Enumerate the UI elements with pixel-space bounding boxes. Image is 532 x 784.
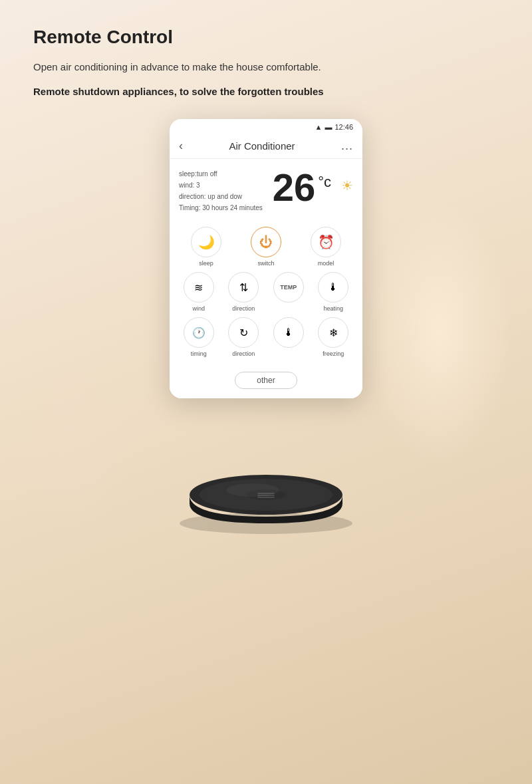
page-title: Remote Control — [33, 27, 499, 48]
temperature-number: 26 — [273, 168, 316, 207]
wind-icon-circle: ≋ — [184, 272, 214, 303]
signal-icon: ▲ — [315, 123, 323, 131]
switch-label: switch — [257, 260, 274, 267]
status-icons: ▲ ▬ 12:46 — [315, 123, 353, 131]
sun-icon: ☀ — [341, 178, 353, 194]
freezing-icon-circle: ❄ — [318, 317, 348, 348]
freezing-temp-icon-circle: 🌡 — [273, 317, 304, 348]
ac-status-text: sleep:turn off wind: 3 direction: up and… — [179, 168, 263, 213]
wind-status: wind: 3 — [179, 180, 263, 191]
heating-icon-circle: 🌡 — [318, 272, 348, 303]
temperature-unit: °c — [318, 174, 331, 191]
timing-label: timing — [191, 350, 207, 357]
time-display: 12:46 — [334, 123, 353, 131]
timing-icon-circle: 🕐 — [184, 317, 214, 348]
freezing-button[interactable]: ❄ freezing — [313, 317, 354, 357]
control-row-3: 🕐 timing ↻ direction 🌡 ❄ freezing — [176, 317, 356, 357]
app-title: Air Conditioner — [229, 140, 295, 152]
timing-button[interactable]: 🕐 timing — [178, 317, 219, 357]
device-svg — [173, 425, 359, 538]
phone-mockup-area: ▲ ▬ 12:46 ‹ Air Conditioner ... sleep:tu… — [33, 119, 499, 398]
heating-label: heating — [323, 305, 343, 312]
ac-info-section: sleep:turn off wind: 3 direction: up and… — [170, 159, 362, 220]
model-label: model — [318, 260, 334, 267]
other-btn-area: other — [170, 366, 362, 398]
direction-status: direction: up and dow — [179, 191, 263, 202]
description-2: Remote shutdown appliances, to solve the… — [33, 84, 499, 100]
model-icon-circle: ⏰ — [311, 227, 341, 257]
model-button[interactable]: ⏰ model — [305, 227, 346, 267]
battery-icon: ▬ — [325, 123, 332, 131]
direction-icon-circle-1: ⇅ — [228, 272, 259, 303]
freezing-temp-button[interactable]: 🌡 — [268, 317, 309, 357]
device-area — [33, 425, 499, 538]
direction-button-2[interactable]: ↻ direction — [223, 317, 264, 357]
timing-status: Timing: 30 hours 24 minutes — [179, 202, 263, 213]
control-row-2: ≋ wind ⇅ direction TEMP 🌡 heating — [176, 272, 356, 312]
sleep-label: sleep — [199, 260, 213, 267]
sleep-button[interactable]: 🌙 sleep — [186, 227, 227, 267]
freezing-label: freezing — [323, 350, 344, 357]
back-button[interactable]: ‹ — [179, 139, 183, 153]
temp-button[interactable]: TEMP — [268, 272, 309, 312]
phone-frame: ▲ ▬ 12:46 ‹ Air Conditioner ... sleep:tu… — [170, 119, 362, 398]
temp-icon: TEMP — [273, 272, 304, 303]
temperature-display: 26 °c — [273, 168, 331, 207]
more-button[interactable]: ... — [341, 139, 353, 153]
control-row-1: 🌙 sleep ⏻ switch ⏰ model — [176, 227, 356, 267]
heating-button[interactable]: 🌡 heating — [313, 272, 354, 312]
direction-button-1[interactable]: ⇅ direction — [223, 272, 264, 312]
wind-label: wind — [192, 305, 205, 312]
direction-icon-circle-2: ↻ — [228, 317, 259, 348]
direction-label-1: direction — [232, 305, 255, 312]
switch-button[interactable]: ⏻ switch — [245, 227, 287, 267]
svg-point-7 — [226, 483, 279, 497]
other-button[interactable]: other — [235, 372, 297, 389]
switch-icon-circle: ⏻ — [251, 227, 281, 257]
control-grid: 🌙 sleep ⏻ switch ⏰ model ≋ — [170, 220, 362, 366]
status-bar: ▲ ▬ 12:46 — [170, 119, 362, 134]
description-1: Open air conditioning in advance to make… — [33, 60, 499, 75]
direction-label-2: direction — [232, 350, 255, 357]
wind-button[interactable]: ≋ wind — [178, 272, 219, 312]
sleep-status: sleep:turn off — [179, 168, 263, 180]
sleep-icon-circle: 🌙 — [191, 227, 221, 257]
app-header: ‹ Air Conditioner ... — [170, 134, 362, 159]
